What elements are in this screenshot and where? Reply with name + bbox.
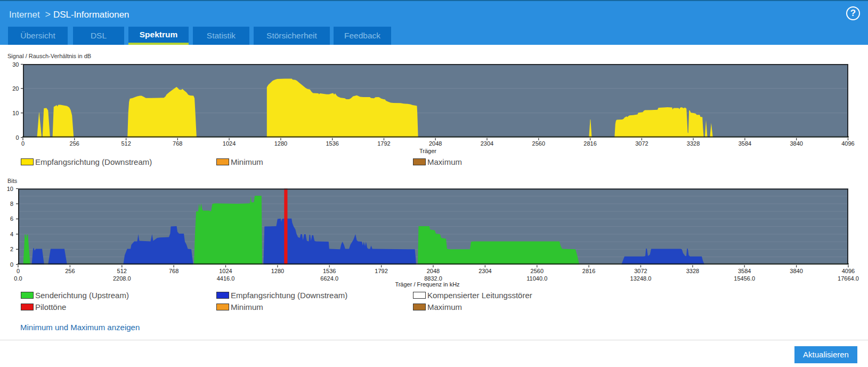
svg-text:3328: 3328 [687, 140, 700, 147]
svg-text:20: 20 [12, 85, 19, 92]
svg-text:2560: 2560 [532, 140, 545, 147]
svg-text:2816: 2816 [583, 140, 596, 147]
svg-text:512: 512 [117, 268, 127, 274]
svg-text:0: 0 [10, 261, 13, 268]
svg-text:0: 0 [15, 134, 19, 141]
svg-text:1792: 1792 [377, 140, 390, 147]
svg-text:768: 768 [169, 268, 179, 274]
svg-text:2: 2 [10, 246, 13, 252]
svg-text:17664.0: 17664.0 [838, 275, 859, 282]
svg-text:Träger: Träger [419, 148, 436, 154]
svg-text:4: 4 [10, 231, 13, 237]
svg-text:0.0: 0.0 [14, 275, 22, 282]
svg-text:2048: 2048 [427, 268, 440, 274]
svg-text:6624.0: 6624.0 [320, 275, 338, 282]
svg-text:1792: 1792 [375, 268, 387, 274]
svg-text:3328: 3328 [686, 268, 699, 274]
svg-text:2048: 2048 [429, 140, 442, 147]
svg-text:1536: 1536 [323, 268, 336, 274]
svg-text:3584: 3584 [738, 268, 751, 274]
svg-text:3072: 3072 [634, 268, 647, 274]
svg-text:4096: 4096 [842, 268, 855, 274]
svg-text:3840: 3840 [790, 140, 802, 147]
svg-text:0: 0 [21, 140, 25, 147]
svg-text:15456.0: 15456.0 [734, 275, 755, 282]
svg-text:2816: 2816 [582, 268, 595, 274]
svg-text:3072: 3072 [635, 140, 648, 147]
svg-text:8832.0: 8832.0 [424, 275, 442, 282]
svg-text:Träger / Frequenz in kHz: Träger / Frequenz in kHz [395, 281, 459, 288]
svg-text:2304: 2304 [478, 268, 491, 274]
svg-text:4416.0: 4416.0 [217, 275, 235, 282]
svg-text:10: 10 [12, 110, 19, 116]
svg-text:3584: 3584 [739, 140, 751, 147]
svg-text:256: 256 [70, 140, 79, 147]
svg-text:11040.0: 11040.0 [526, 275, 547, 282]
svg-text:6: 6 [10, 216, 13, 222]
svg-text:3840: 3840 [790, 268, 802, 274]
svg-text:768: 768 [173, 140, 182, 147]
svg-text:4096: 4096 [841, 140, 854, 147]
svg-text:1280: 1280 [271, 268, 284, 274]
svg-text:256: 256 [65, 268, 75, 274]
svg-text:2208.0: 2208.0 [113, 275, 131, 282]
svg-text:2304: 2304 [481, 140, 493, 147]
svg-text:0: 0 [17, 268, 20, 274]
svg-text:30: 30 [12, 61, 19, 68]
svg-text:2560: 2560 [531, 268, 543, 274]
svg-text:1024: 1024 [223, 140, 236, 147]
svg-text:13248.0: 13248.0 [630, 275, 652, 282]
svg-text:1280: 1280 [274, 140, 287, 147]
svg-text:512: 512 [121, 140, 131, 147]
svg-text:1536: 1536 [326, 140, 338, 147]
svg-text:8: 8 [10, 201, 13, 207]
svg-text:1024: 1024 [219, 268, 232, 274]
svg-text:10: 10 [7, 186, 13, 192]
